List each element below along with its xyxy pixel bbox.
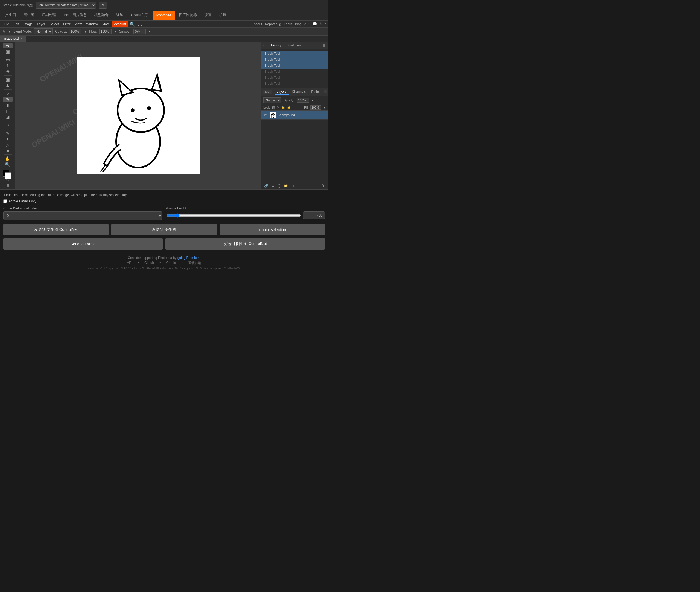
lock-all-icon[interactable]: 🔒 xyxy=(287,106,291,109)
tab-civitai[interactable]: Civitai 助手 xyxy=(127,10,153,20)
opacity-arrow[interactable]: ▼ xyxy=(84,30,87,33)
iframe-height-input[interactable] xyxy=(303,211,325,219)
lock-position-icon[interactable]: 🔒 xyxy=(281,106,285,109)
history-panel-menu[interactable]: ☰ xyxy=(323,44,326,48)
flow-input[interactable] xyxy=(99,29,111,34)
send-to-t2i-controlnet-btn[interactable]: 发送到 文生图 ControlNet xyxy=(3,224,108,236)
menu-view[interactable]: View xyxy=(72,21,84,27)
send-to-extras-btn[interactable]: Send to Extras xyxy=(3,238,163,250)
gradio-link[interactable]: Gradio xyxy=(166,261,176,265)
pp-canvas-area[interactable]: OPENAI.WIKI OPENAI.WIKI OPENAI.WIKI OPEN… xyxy=(15,42,261,190)
delete-layer-btn[interactable]: 🗑 xyxy=(320,183,326,188)
tab-channels[interactable]: Channels xyxy=(290,89,308,95)
inpaint-selection-btn[interactable]: Inpaint selection xyxy=(219,224,325,236)
tool-magic-wand[interactable]: ✹ xyxy=(3,69,12,74)
pp-tab-image[interactable]: image.psd ✕ xyxy=(0,36,26,42)
tab-extensions[interactable]: 扩展 xyxy=(215,10,230,20)
layers-blend-mode-select[interactable]: Normal xyxy=(263,97,281,103)
tab-close-btn[interactable]: ✕ xyxy=(20,37,22,40)
tool-heal[interactable]: ○ xyxy=(3,91,12,96)
tool-artboard[interactable]: ▣ xyxy=(3,49,12,54)
tab-layers[interactable]: Layers xyxy=(274,89,289,95)
flow-arrow[interactable]: ▼ xyxy=(114,30,117,33)
blend-mode-select[interactable]: Normal xyxy=(34,29,53,35)
smooth-arrow[interactable]: ▼ xyxy=(148,30,151,33)
github-link[interactable]: Github xyxy=(144,261,154,265)
active-layer-label[interactable]: Active Layer Only xyxy=(3,199,36,203)
menu-image[interactable]: Image xyxy=(21,21,35,27)
menu-report-bug[interactable]: Report bug xyxy=(265,22,281,26)
tab-history[interactable]: History xyxy=(269,43,283,48)
toolbar-plus[interactable]: + xyxy=(160,30,162,33)
tool-fill[interactable]: ◢ xyxy=(3,114,12,119)
tab-gallery[interactable]: 图库浏览器 xyxy=(175,10,201,20)
tool-path-select[interactable]: ▷ xyxy=(3,142,12,147)
premium-link[interactable]: going Premium! xyxy=(178,256,200,260)
tool-lasso[interactable]: ⌇ xyxy=(3,63,12,68)
opacity-input[interactable] xyxy=(69,29,82,34)
fill-arrow[interactable]: ▼ xyxy=(323,106,326,109)
tool-dodge[interactable]: ○ xyxy=(3,122,12,128)
tab-i2i[interactable]: 图生图 xyxy=(20,10,38,20)
add-mask-btn[interactable]: ◯ xyxy=(277,183,282,188)
tab-photopea[interactable]: Photopea xyxy=(153,11,176,20)
menu-account[interactable]: Account xyxy=(112,21,128,27)
tool-zoom[interactable]: 🔍 xyxy=(3,162,12,167)
send-to-i2i-btn[interactable]: 发送到 图生图 xyxy=(111,224,216,236)
menu-layer[interactable]: Layer xyxy=(35,21,47,27)
search-icon-btn[interactable]: 🔍 xyxy=(128,21,137,27)
tool-view-mode[interactable]: ▦ xyxy=(3,183,12,188)
twitter-icon[interactable]: 𝕏 xyxy=(320,22,323,26)
tool-shape[interactable]: ■ xyxy=(3,148,12,153)
menu-learn[interactable]: Learn xyxy=(284,22,292,26)
history-collapse-btn[interactable]: <> xyxy=(263,44,266,47)
layers-panel-menu[interactable]: ☰ xyxy=(324,90,327,94)
active-layer-checkbox[interactable] xyxy=(3,199,7,203)
tool-eyedropper[interactable]: ▲ xyxy=(3,83,12,88)
tab-postprocess[interactable]: 后期处理 xyxy=(38,10,60,20)
api-link[interactable]: API xyxy=(127,261,132,265)
color-swatches[interactable] xyxy=(3,170,12,177)
fullscreen-icon-btn[interactable]: ⛶ xyxy=(137,21,144,27)
reload-link[interactable]: 重载前端 xyxy=(188,261,201,265)
menu-blog[interactable]: Blog xyxy=(295,22,302,26)
tool-eraser[interactable]: ◻ xyxy=(3,108,12,113)
facebook-icon[interactable]: f xyxy=(326,22,327,26)
tool-stamp[interactable]: ▮ xyxy=(3,103,12,108)
refresh-button[interactable]: ↻ xyxy=(99,2,107,9)
tab-paths[interactable]: Paths xyxy=(309,89,322,95)
menu-edit[interactable]: Edit xyxy=(11,21,21,27)
tab-settings[interactable]: 设置 xyxy=(201,10,215,20)
iframe-height-slider[interactable] xyxy=(166,213,301,218)
tool-crop[interactable]: ▣ xyxy=(3,77,12,82)
tool-brush[interactable]: ✎ xyxy=(3,97,12,102)
fill-input[interactable] xyxy=(310,105,321,110)
new-layer-btn[interactable]: ▢ xyxy=(290,183,295,188)
menu-about-link[interactable]: About xyxy=(253,22,262,26)
new-group-btn[interactable]: 📁 xyxy=(283,183,289,188)
tool-move[interactable]: ⇨ xyxy=(3,43,12,48)
link-layers-btn[interactable]: 🔗 xyxy=(263,183,269,188)
model-select[interactable]: chilloutmix_Ni.safetensors [7234b76e42] xyxy=(36,2,96,9)
controlnet-select[interactable]: 0 xyxy=(3,211,162,220)
history-item-0[interactable]: Brush Tool xyxy=(261,51,328,57)
layers-opacity-input[interactable] xyxy=(297,98,309,103)
menu-api[interactable]: API xyxy=(304,22,309,26)
tab-train[interactable]: 训练 xyxy=(112,10,127,20)
menu-select[interactable]: Select xyxy=(47,21,61,27)
reddit-icon[interactable]: 💬 xyxy=(312,22,317,26)
history-item-4[interactable]: Brush Tool xyxy=(261,75,328,81)
menu-filter[interactable]: Filter xyxy=(61,21,73,27)
lock-paint-icon[interactable]: ✎ xyxy=(277,106,280,109)
send-to-i2i-controlnet-btn[interactable]: 发送到 图生图 ControlNet xyxy=(165,238,325,250)
tool-hand[interactable]: ✋ xyxy=(3,156,12,161)
menu-window[interactable]: Window xyxy=(84,21,100,27)
tool-text[interactable]: T xyxy=(3,137,12,142)
toolbar-minus[interactable]: ⎯ xyxy=(156,30,157,33)
tab-t2i[interactable]: 文生图 xyxy=(1,10,20,20)
smooth-input[interactable] xyxy=(134,29,146,34)
history-item-5[interactable]: Brush Tool xyxy=(261,81,328,87)
history-item-2[interactable]: Brush Tool xyxy=(261,63,328,69)
tab-swatches[interactable]: Swatches xyxy=(284,43,303,48)
layer-visibility-toggle[interactable]: 👁 xyxy=(263,113,268,117)
